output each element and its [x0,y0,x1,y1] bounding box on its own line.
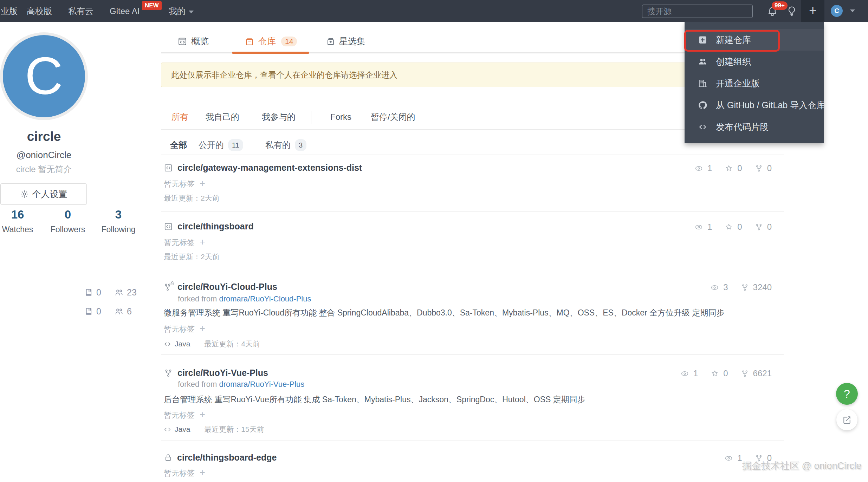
menu-item-enterprise[interactable]: 开通企业版 [685,72,824,94]
lightbulb-icon[interactable] [786,5,798,17]
star-count[interactable]: 0 [725,163,742,173]
fork-lock-icon [164,282,173,292]
fork-icon [755,164,763,172]
repo-link[interactable]: circle/RouYi-Cloud-Plus [177,282,277,292]
scope-public[interactable]: 公开的11 [199,140,243,150]
repo-language[interactable]: Java [175,425,190,434]
search-input[interactable] [642,5,753,18]
repo-updated: 最近更新：2天前 [164,252,220,262]
github-icon [698,100,707,110]
watch-count[interactable]: 1 [694,163,712,173]
eye-icon [724,454,733,463]
watch-count[interactable]: 1 [680,369,698,378]
scope-private[interactable]: 私有的3 [265,140,306,150]
feedback-button[interactable] [836,409,857,430]
menu-item-new-repo[interactable]: 新建仓库 [685,29,824,51]
fork-icon [741,370,749,378]
navbar-avatar[interactable]: C [831,5,843,17]
repo-row: circle/RuoYi-Vue-Plus forked from dromar… [161,355,784,441]
avatar-chevron-down-icon[interactable] [850,9,855,12]
chevron-down-icon [189,11,194,13]
tab-repositories[interactable]: 仓库 14 [245,35,297,47]
create-dropdown-menu: 新建仓库 创建组织 开通企业版 从 GitHub / GitLab 导入仓库 发… [685,22,824,143]
menu-item-code-snippet[interactable]: 发布代码片段 [685,116,824,138]
repo-title: circle/gateway-management-extensions-dis… [164,163,362,173]
forked-from-link[interactable]: dromara/RuoYi-Vue-Plus [219,380,304,389]
repo-row: circle/RouYi-Cloud-Plus forked from drom… [161,272,784,355]
scope-all[interactable]: 全部 [170,140,187,150]
repo-language[interactable]: Java [175,340,190,348]
star-count[interactable]: 0 [711,369,728,378]
lock-icon [164,453,173,462]
forked-from-link[interactable]: dromara/RuoYi-Cloud-Plus [219,294,311,303]
menu-item-create-org[interactable]: 创建组织 [685,51,824,72]
repo-stats: 1 0 6621 [680,369,772,378]
fork-count[interactable]: 0 [755,222,772,232]
nav-item-mine[interactable]: 我的 [169,0,194,22]
nav-item-private-cloud[interactable]: 私有云 [68,0,93,22]
code-icon [164,340,171,348]
repo-link[interactable]: circle/thingsboard-edge [177,452,277,463]
repo-updated: 最近更新：2天前 [164,193,220,203]
repo-title: circle/RuoYi-Vue-Plus [164,368,268,378]
add-tag-icon[interactable]: + [200,238,205,246]
repo-description: 后台管理系统 重写RuoYi-Vue所有功能 集成 Sa-Token、Mybat… [164,394,585,405]
add-tag-icon[interactable]: + [200,469,205,476]
code-icon [164,426,171,433]
nav-item-education[interactable]: 高校版 [27,0,52,22]
watch-count[interactable]: 1 [724,453,742,463]
notification-count-badge[interactable]: 99+ [772,1,788,10]
new-badge: NEW [142,1,162,10]
fork-count[interactable]: 3240 [741,282,772,292]
repo-updated: 最近更新：4天前 [204,339,260,349]
create-plus-button[interactable]: + [801,0,824,22]
add-tag-icon[interactable]: + [200,411,205,418]
repo-row: circle/thingsboard 暂无标签+ 最近更新：2天前 1 0 0 [161,211,784,272]
repo-link[interactable]: circle/gateway-management-extensions-dis… [177,163,362,173]
org-member-count[interactable]: 6 [114,306,132,317]
repo-updated: 最近更新：15天前 [204,424,264,434]
people-icon [114,307,124,316]
add-tag-icon[interactable]: + [200,325,205,332]
fork-count[interactable]: 0 [755,163,772,173]
tab-star-collection[interactable]: 星选集 [326,35,365,47]
code-square-icon [164,163,173,172]
plus-square-icon [698,35,707,45]
profile-avatar[interactable]: C [0,32,88,120]
repo-count-badge: 14 [281,37,297,46]
repo-link[interactable]: circle/RuoYi-Vue-Plus [177,368,268,378]
stat-watches[interactable]: 16Watches [0,208,35,234]
tab-overview[interactable]: 概览 [177,35,209,47]
help-button[interactable]: ? [836,383,858,405]
fork-icon [741,284,749,292]
stat-following[interactable]: 3Following [101,208,136,234]
menu-item-import-repo[interactable]: 从 GitHub / GitLab 导入仓库 [685,94,824,116]
org-repo-count[interactable]: 0 [84,287,101,298]
private-count-badge: 3 [295,139,306,151]
filter-mine[interactable]: 我自己的 [206,112,239,122]
building-icon [698,79,707,88]
watch-count[interactable]: 1 [694,222,712,232]
filter-joined[interactable]: 我参与的 [262,112,296,122]
org-repo-count[interactable]: 0 [84,306,101,317]
star-count[interactable]: 0 [725,222,742,232]
org-member-count[interactable]: 23 [114,287,137,298]
filter-paused[interactable]: 暂停/关闭的 [371,112,415,122]
profile-bio: circle 暂无简介 [0,164,88,175]
nav-item-gitee-ai[interactable]: Gitee AI [110,0,140,22]
personal-settings-button[interactable]: 个人设置 [0,183,87,205]
repo-title: circle/RouYi-Cloud-Plus [164,282,277,292]
repo-link[interactable]: circle/thingsboard [177,221,254,232]
star-icon [725,223,733,231]
filter-forks[interactable]: Forks [330,112,351,122]
filter-all[interactable]: 所有 [171,112,188,122]
nav-item-enterprise[interactable]: 业版 [1,0,18,22]
star-icon [725,164,733,172]
repo-row: circle/thingsboard-edge 暂无标签+ 1 0 [161,441,784,482]
add-tag-icon[interactable]: + [200,180,205,187]
stat-followers[interactable]: 0Followers [50,208,85,234]
repo-tags: 暂无标签+ [164,468,205,478]
watch-count[interactable]: 3 [710,282,728,292]
fork-count[interactable]: 6621 [741,369,772,378]
gitee-profile-page: 业版 高校版 私有云 Gitee AI NEW 我的 99+ + C 新建仓库 [0,0,868,482]
